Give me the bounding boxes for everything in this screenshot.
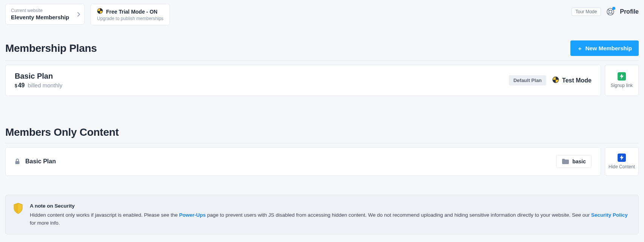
signup-link-label: Signup link bbox=[611, 83, 633, 88]
folder-chip[interactable]: basic bbox=[556, 155, 592, 168]
website-switcher-label: Current website bbox=[11, 8, 79, 13]
pie-icon bbox=[97, 8, 103, 15]
plan-name: Basic Plan bbox=[15, 72, 62, 81]
free-trial-subtitle: Upgrade to publish memberships bbox=[97, 16, 163, 21]
pie-icon bbox=[552, 76, 559, 85]
bolt-icon bbox=[618, 72, 626, 81]
svg-point-2 bbox=[609, 10, 612, 13]
top-bar: Current website Eleventy Membership Free… bbox=[5, 4, 639, 25]
website-switcher-value: Eleventy Membership bbox=[11, 14, 79, 20]
test-mode-badge: Test Mode bbox=[552, 76, 592, 85]
content-card[interactable]: Basic Plan basic bbox=[5, 147, 601, 176]
folder-chip-label: basic bbox=[572, 158, 586, 164]
lock-icon bbox=[15, 158, 20, 164]
plan-card[interactable]: Basic Plan $49 billed monthly Default Pl… bbox=[5, 65, 601, 96]
chevron-right-icon bbox=[77, 12, 80, 17]
svg-line-3 bbox=[608, 9, 610, 11]
plus-icon: ＋ bbox=[577, 46, 582, 51]
free-trial-card[interactable]: Free Trial Mode - ON Upgrade to publish … bbox=[91, 4, 170, 25]
plans-title: Membership Plans bbox=[5, 42, 97, 54]
svg-line-5 bbox=[608, 13, 610, 14]
notification-dot-icon bbox=[612, 7, 615, 10]
signup-link-button[interactable]: Signup link bbox=[605, 65, 639, 96]
tour-mode-chip[interactable]: Tour Mode bbox=[572, 8, 601, 16]
powerups-link[interactable]: Power-Ups bbox=[179, 212, 206, 218]
shield-icon bbox=[13, 203, 23, 215]
profile-link[interactable]: Profile bbox=[620, 8, 639, 15]
security-policy-link[interactable]: Security Policy bbox=[591, 212, 628, 218]
svg-line-6 bbox=[612, 13, 613, 14]
new-membership-button[interactable]: ＋ New Membership bbox=[570, 40, 639, 56]
svg-rect-8 bbox=[15, 161, 20, 164]
content-header: Members Only Content bbox=[5, 126, 639, 143]
website-switcher[interactable]: Current website Eleventy Membership bbox=[5, 4, 85, 25]
help-icon[interactable] bbox=[606, 8, 615, 16]
hide-content-label: Hide Content bbox=[609, 164, 635, 169]
plans-header: Membership Plans ＋ New Membership bbox=[5, 40, 639, 61]
security-note: A note on Security Hidden content only w… bbox=[5, 195, 639, 234]
content-title: Members Only Content bbox=[5, 126, 119, 138]
plan-billing: billed monthly bbox=[28, 82, 62, 88]
security-note-text: Hidden content only works if javascript … bbox=[30, 212, 628, 226]
hide-content-button[interactable]: Hide Content bbox=[605, 147, 639, 176]
folder-icon bbox=[562, 158, 569, 164]
security-note-title: A note on Security bbox=[30, 202, 631, 210]
plan-price: $49 bbox=[15, 82, 25, 89]
bolt-icon bbox=[618, 154, 626, 162]
free-trial-title: Free Trial Mode - ON bbox=[106, 9, 157, 15]
default-plan-badge: Default Plan bbox=[509, 75, 546, 85]
new-membership-label: New Membership bbox=[585, 45, 632, 51]
content-plan-name: Basic Plan bbox=[25, 158, 56, 165]
